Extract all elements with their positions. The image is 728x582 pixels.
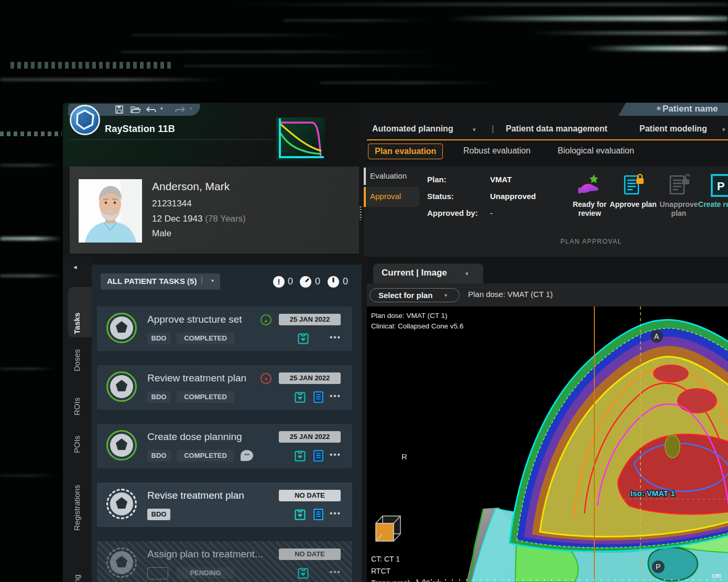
plan-value: VMAT: [490, 175, 512, 184]
task-title: Approve structure set: [147, 314, 242, 325]
ruler-unit-label: cm: [712, 572, 721, 579]
task-card-approve-structure-set[interactable]: Approve structure set ▲ 25 JAN 2022 BDO …: [97, 306, 352, 351]
ready-for-review-icon[interactable]: [577, 173, 602, 198]
checklist-icon[interactable]: [296, 331, 310, 345]
tab-approval[interactable]: Approval: [370, 192, 401, 201]
status-badge: PENDING: [177, 567, 234, 579]
ct-type-label: RTCT: [371, 567, 391, 575]
sidebar-item-tasks[interactable]: Tasks: [72, 290, 81, 334]
menu-separator: |: [492, 124, 494, 134]
create-report-button[interactable]: Create report: [697, 200, 728, 209]
sidebar-item-registrations[interactable]: Registrations: [72, 472, 81, 531]
raystation-window: ▾ ▾ ✱ Patient name RayStation 11B Automa…: [63, 103, 728, 582]
ct-dose-viewport[interactable]: Iso: VMAT 1 A R P Plan dose: VMAT (CT 1)…: [367, 306, 728, 582]
more-options-button[interactable]: •••: [330, 450, 341, 459]
create-report-icon[interactable]: P: [710, 173, 728, 198]
viewer-toolbar: Select for plan ▾ Plan dose: VMAT (CT 1): [367, 283, 728, 306]
task-panel: ALL PATIENT TASKS (5) | ▾ ! 0 0 0 Approv…: [92, 265, 362, 582]
more-options-button[interactable]: •••: [330, 509, 341, 518]
due-date-badge: 25 JAN 2022: [279, 314, 341, 325]
approve-plan-button[interactable]: Approve plan: [609, 200, 657, 209]
ready-for-review-button[interactable]: Ready for review: [566, 200, 614, 218]
due-date-badge: 25 JAN 2022: [279, 372, 341, 384]
tab-robust-evaluation[interactable]: Robust evaluation: [457, 144, 537, 158]
orientation-cube-icon[interactable]: [376, 516, 400, 541]
checklist-icon[interactable]: [293, 390, 307, 404]
redo-dropdown-caret[interactable]: ▾: [190, 106, 192, 111]
status-badge: COMPLETED: [177, 450, 234, 462]
undo-icon[interactable]: [146, 105, 157, 114]
due-date-badge: NO DATE: [279, 490, 341, 501]
unapprove-plan-button: Unapprove plan: [655, 200, 703, 218]
task-title: Review treatment plan: [147, 372, 246, 384]
menu-automated-planning[interactable]: Automated planning: [372, 124, 453, 134]
task-status-icon: [106, 547, 137, 578]
due-date-badge: 25 JAN 2022: [279, 431, 341, 443]
task-filter-dropdown[interactable]: ALL PATIENT TASKS (5) | ▾: [101, 273, 220, 290]
sidebar-item-pois[interactable]: POIs: [72, 430, 81, 453]
more-options-button[interactable]: •••: [330, 567, 341, 576]
task-card-create-dose-planning[interactable]: Create dose planning 25 JAN 2022 BDO COM…: [97, 424, 352, 468]
menu-patient-data-management[interactable]: Patient data management: [506, 124, 607, 134]
view-tab-caret: ▾: [465, 270, 469, 277]
patient-photo: [79, 179, 142, 243]
checklist-icon[interactable]: [293, 448, 307, 463]
sidebar-item-scripting[interactable]: Scripting: [72, 561, 81, 582]
task-card-revise-treatment-plan[interactable]: Revise treatment plan NO DATE BDO •••: [97, 482, 352, 527]
collapse-panel-icon[interactable]: ◂: [73, 263, 77, 271]
due-soon-counter-icon: [300, 276, 311, 288]
save-icon[interactable]: [114, 105, 126, 114]
overlay-algorithm: Clinical: Collapsed Cone v5.6: [371, 322, 463, 330]
left-rail: ◂ Tasks Doses ROIs POIs Registrations Sc…: [63, 257, 92, 582]
sidebar-item-doses[interactable]: Doses: [72, 344, 81, 371]
approve-plan-icon[interactable]: [623, 173, 646, 198]
checklist-icon[interactable]: [296, 566, 310, 580]
redo-icon[interactable]: [174, 105, 186, 114]
task-title: Assign plan to treatment...: [147, 548, 263, 560]
due-today-count: 0: [343, 276, 348, 287]
more-options-button[interactable]: •••: [330, 333, 341, 342]
due-date-badge: NO DATE: [279, 548, 341, 560]
plan-approval-ribbon: Evaluation Approval Plan: VMAT Status: U…: [364, 167, 728, 257]
select-for-plan-button[interactable]: Select for plan ▾: [370, 288, 460, 302]
checklist-icon[interactable]: [293, 507, 307, 521]
automated-planning-caret[interactable]: ▾: [473, 126, 476, 133]
raystation-logo[interactable]: [70, 105, 100, 135]
report-document-icon[interactable]: [312, 449, 325, 462]
select-for-plan-label: Select for plan: [378, 291, 432, 300]
view-layout-tab[interactable]: Current | Image ▾: [373, 263, 483, 283]
viewer-panel: Current | Image ▾ Select for plan ▾ Plan…: [367, 257, 728, 582]
plan-approval-group-label: PLAN APPROVAL: [539, 238, 644, 245]
menu-patient-modeling[interactable]: Patient modeling: [639, 124, 707, 134]
task-status-icon: [106, 430, 137, 460]
assignee-badge: BDO: [147, 450, 170, 462]
comment-bubble-icon[interactable]: •••: [241, 450, 253, 461]
tab-evaluation[interactable]: Evaluation: [370, 171, 407, 180]
assignee-badge: BDO: [147, 391, 170, 403]
tab-plan-evaluation[interactable]: Plan evaluation: [368, 144, 443, 159]
overlay-plan-dose: Plan dose: VMAT (CT 1): [371, 312, 448, 320]
report-document-icon[interactable]: [312, 390, 325, 403]
evaluation-tab-indicator: [364, 168, 366, 185]
patient-modeling-caret[interactable]: ▾: [722, 126, 725, 133]
task-filter-caret: ▾: [211, 278, 214, 283]
task-title: Create dose planning: [147, 431, 242, 443]
required-asterisk-icon: ✱: [656, 105, 661, 112]
ct-series-label: CT: CT 1: [371, 555, 400, 563]
iso-label: Iso: VMAT 1: [631, 489, 675, 498]
sidebar-item-rois[interactable]: ROIs: [72, 393, 81, 415]
report-document-icon[interactable]: [312, 508, 325, 521]
panel-drag-handle[interactable]: [360, 206, 362, 220]
approved-by-value: -: [490, 208, 493, 217]
more-options-button[interactable]: •••: [330, 391, 341, 400]
task-card-review-treatment-plan[interactable]: Review treatment plan ▼ 25 JAN 2022 BDO …: [97, 365, 352, 410]
open-folder-icon[interactable]: [130, 105, 142, 114]
patient-name-label: Patient name: [662, 104, 718, 114]
svg-text:P: P: [656, 563, 660, 571]
tab-biological-evaluation[interactable]: Biological evaluation: [551, 144, 640, 158]
orientation-marker-r: R: [401, 452, 407, 461]
assignee-badge: BDO: [147, 333, 170, 344]
dvh-chart-icon: [276, 117, 325, 160]
undo-dropdown-caret[interactable]: ▾: [160, 106, 163, 111]
assignee-badge: BDO: [147, 509, 170, 520]
